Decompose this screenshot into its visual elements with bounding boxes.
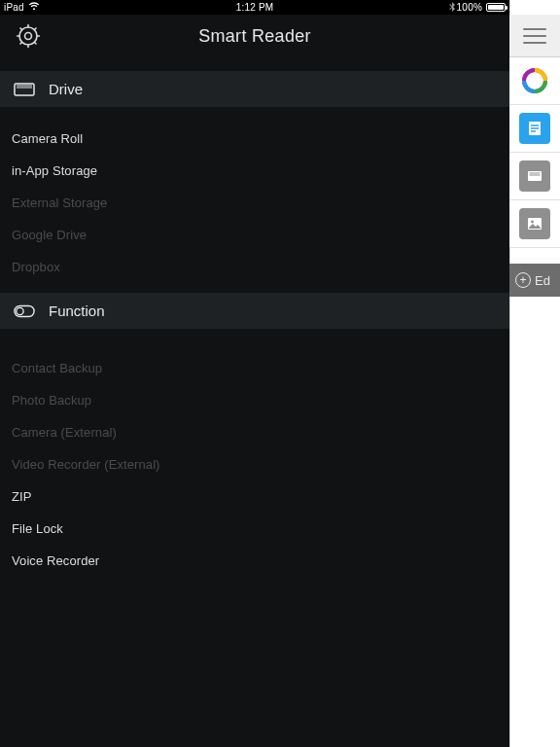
section-label: Function	[49, 302, 105, 319]
color-wheel-icon	[519, 65, 550, 96]
toggle-icon	[14, 304, 35, 318]
page-title: Smart Reader	[198, 26, 311, 47]
svg-point-6	[529, 75, 542, 88]
list-item[interactable]: ZIP	[0, 480, 509, 513]
storage-icon	[519, 160, 550, 192]
panel-header: Smart Reader	[0, 15, 509, 57]
photo-icon	[519, 208, 550, 239]
edit-button[interactable]: + Ed	[509, 264, 560, 297]
list-item: Dropbox	[0, 251, 509, 283]
svg-point-4	[17, 307, 23, 314]
status-bar: iPad 1:12 PM 100%	[0, 0, 509, 15]
list-item: Contact Backup	[0, 352, 509, 384]
drive-list: Camera Rollin-App StorageExternal Storag…	[0, 123, 509, 283]
sidebar-buttons	[509, 57, 560, 248]
list-item: Camera (External)	[0, 416, 509, 448]
bluetooth-icon	[449, 2, 455, 14]
section-header-drive[interactable]: Drive	[0, 71, 509, 107]
list-item[interactable]: File Lock	[0, 513, 509, 545]
section-header-function[interactable]: Function	[0, 293, 509, 329]
list-item: Video Recorder (External)	[0, 448, 509, 480]
svg-rect-3	[15, 305, 34, 316]
battery-icon	[486, 3, 506, 12]
list-item: Google Drive	[0, 219, 509, 251]
function-list: Contact BackupPhoto BackupCamera (Extern…	[0, 352, 509, 577]
sidebar-btn-storage[interactable]	[509, 153, 560, 200]
plus-circle-icon: +	[515, 272, 531, 288]
sidebar-btn-photo[interactable]	[509, 200, 560, 248]
gear-icon	[16, 23, 41, 49]
svg-point-0	[25, 33, 32, 40]
menu-panel: iPad 1:12 PM 100% Smart Reader	[0, 0, 509, 747]
list-item: External Storage	[0, 187, 509, 219]
status-time: 1:12 PM	[0, 2, 509, 13]
section-label: Drive	[49, 81, 83, 97]
list-item[interactable]: Camera Roll	[0, 123, 509, 155]
hamburger-icon	[523, 28, 546, 44]
list-item: Photo Backup	[0, 384, 509, 416]
edit-label: Ed	[535, 273, 550, 288]
sidebar-btn-document[interactable]	[509, 105, 560, 153]
drive-icon	[14, 81, 35, 98]
list-item[interactable]: Voice Recorder	[0, 545, 509, 577]
hamburger-button[interactable]	[509, 15, 560, 57]
document-icon	[519, 113, 550, 144]
svg-point-10	[531, 221, 534, 224]
list-item[interactable]: in-App Storage	[0, 155, 509, 187]
settings-button[interactable]	[14, 21, 43, 51]
sidebar-btn-color[interactable]	[509, 57, 560, 105]
